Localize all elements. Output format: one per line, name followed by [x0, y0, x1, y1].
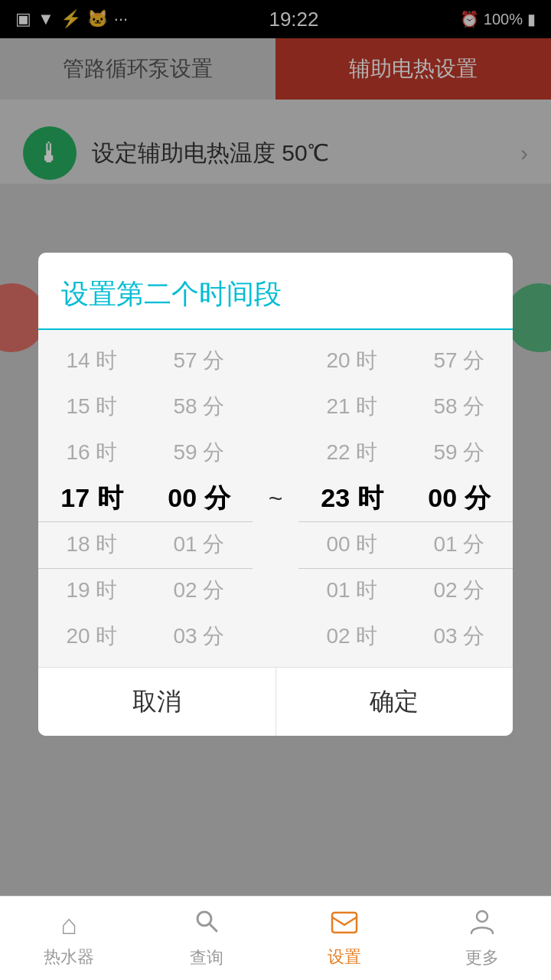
- left-hour-picker[interactable]: 14 时 15 时 16 时 17 时 18 时 19 时 20 时: [38, 338, 145, 659]
- nav-label-query: 查询: [190, 946, 223, 969]
- right-hour-5: 01 时: [298, 567, 406, 613]
- svg-rect-2: [332, 913, 357, 933]
- dialog-overlay: 设置第二个时间段 14 时 15 时 16 时 17 时 18 时 19 时 2…: [0, 0, 551, 980]
- right-min-5: 02 分: [406, 567, 513, 613]
- left-hour-0: 14 时: [38, 338, 145, 384]
- left-hour-4: 18 时: [38, 521, 145, 567]
- svg-point-3: [477, 911, 487, 922]
- left-hour-6: 20 时: [38, 613, 145, 659]
- right-hour-picker[interactable]: 20 时 21 时 22 时 23 时 00 时 01 时 02 时: [298, 338, 406, 659]
- left-min-5: 02 分: [145, 567, 253, 613]
- dialog-buttons: 取消 确定: [38, 667, 513, 736]
- right-min-6: 03 分: [406, 613, 513, 659]
- left-picker[interactable]: 14 时 15 时 16 时 17 时 18 时 19 时 20 时 57 分 …: [38, 338, 253, 659]
- right-hour-4: 00 时: [298, 521, 406, 567]
- mail-icon: [331, 909, 358, 941]
- nav-label-settings: 设置: [328, 946, 361, 969]
- left-min-6: 03 分: [145, 613, 253, 659]
- person-icon: [468, 907, 496, 942]
- nav-item-more[interactable]: 更多: [413, 897, 551, 980]
- right-hour-3: 23 时: [298, 475, 406, 521]
- nav-item-water-heater[interactable]: ⌂ 热水器: [0, 897, 138, 980]
- nav-item-settings[interactable]: 设置: [276, 897, 413, 980]
- right-min-3: 00 分: [406, 475, 513, 521]
- svg-line-1: [210, 924, 217, 931]
- left-hour-5: 19 时: [38, 567, 145, 613]
- right-hour-6: 02 时: [298, 613, 406, 659]
- nav-item-query[interactable]: 查询: [138, 897, 276, 980]
- right-hour-2: 22 时: [298, 430, 406, 475]
- confirm-button[interactable]: 确定: [276, 668, 514, 736]
- home-icon: ⌂: [60, 909, 77, 941]
- right-min-1: 58 分: [406, 384, 513, 430]
- left-min-picker[interactable]: 57 分 58 分 59 分 00 分 01 分 02 分 03 分: [145, 338, 253, 659]
- right-min-4: 01 分: [406, 521, 513, 567]
- right-hour-0: 20 时: [298, 338, 406, 384]
- left-hour-3: 17 时: [38, 475, 145, 521]
- bottom-nav: ⌂ 热水器 查询 设置 更多: [0, 896, 551, 980]
- time-separator: ~: [253, 485, 298, 513]
- left-min-2: 59 分: [145, 430, 253, 475]
- time-period-dialog: 设置第二个时间段 14 时 15 时 16 时 17 时 18 时 19 时 2…: [38, 253, 513, 736]
- left-min-1: 58 分: [145, 384, 253, 430]
- right-min-2: 59 分: [406, 430, 513, 475]
- cancel-button[interactable]: 取消: [38, 668, 276, 736]
- right-min-0: 57 分: [406, 338, 513, 384]
- nav-label-more: 更多: [465, 946, 499, 969]
- left-hour-1: 15 时: [38, 384, 145, 430]
- picker-area[interactable]: 14 时 15 时 16 时 17 时 18 时 19 时 20 时 57 分 …: [38, 330, 513, 667]
- dialog-title: 设置第二个时间段: [38, 253, 513, 330]
- nav-label-water-heater: 热水器: [44, 946, 94, 969]
- left-hour-2: 16 时: [38, 430, 145, 475]
- left-min-0: 57 分: [145, 338, 253, 384]
- right-picker[interactable]: 20 时 21 时 22 时 23 时 00 时 01 时 02 时 57 分 …: [298, 338, 513, 659]
- right-min-picker[interactable]: 57 分 58 分 59 分 00 分 01 分 02 分 03 分: [406, 338, 513, 659]
- search-icon: [193, 907, 220, 942]
- left-min-4: 01 分: [145, 521, 253, 567]
- right-hour-1: 21 时: [298, 384, 406, 430]
- left-min-3: 00 分: [145, 475, 253, 521]
